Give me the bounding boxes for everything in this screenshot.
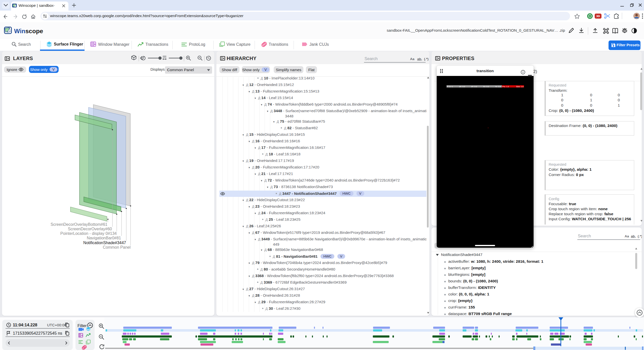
svg-text:NavigationBar0#81: NavigationBar0#81 [87,236,121,240]
svg-text:PointerLocation - display 0#13: PointerLocation - display 0#134 [60,231,117,236]
svg-text:Common Panel: Common Panel [103,245,131,249]
svg-text:ScreenDecorOverlayBottom#61: ScreenDecorOverlayBottom#61 [51,222,107,227]
svg-text:ScreenDecorOverlay#60: ScreenDecorOverlay#60 [68,227,112,231]
svg-text:NotificationShade#3447: NotificationShade#3447 [83,241,126,245]
